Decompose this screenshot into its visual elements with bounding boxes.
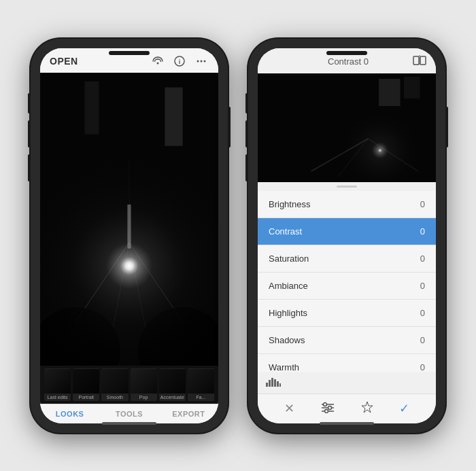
phone2-topbar: Contrast 0 bbox=[258, 48, 436, 73]
strip-fa[interactable]: Fa... bbox=[188, 368, 214, 401]
svg-point-3 bbox=[197, 60, 199, 62]
bottom-toolbar: ✕ ✓ bbox=[258, 394, 436, 423]
adj-value: 0 bbox=[420, 335, 425, 345]
strip-thumb bbox=[73, 369, 99, 394]
svg-rect-32 bbox=[277, 381, 279, 387]
strip-label: Pop bbox=[139, 394, 148, 401]
share-icon[interactable] bbox=[150, 54, 165, 69]
panel-handle bbox=[258, 182, 436, 191]
nav-tools[interactable]: TOOLS bbox=[99, 410, 158, 418]
adj-shadows[interactable]: Shadows 0 bbox=[258, 327, 436, 354]
adj-label: Brightness bbox=[269, 199, 310, 209]
cancel-button[interactable]: ✕ bbox=[284, 401, 294, 416]
strip-label: Fa... bbox=[196, 394, 205, 401]
strip-thumb bbox=[159, 369, 186, 394]
strip-pop[interactable]: Pop bbox=[131, 368, 157, 401]
photo-display-2 bbox=[258, 73, 436, 182]
nav-export[interactable]: EXPORT bbox=[159, 410, 218, 418]
strip-thumb bbox=[188, 369, 214, 394]
adj-value: 0 bbox=[420, 281, 425, 291]
strip-last-edits[interactable]: Last edits bbox=[44, 368, 71, 401]
phone1-topbar: OPEN i bbox=[40, 48, 218, 73]
phone-1: OPEN i bbox=[31, 39, 228, 433]
adj-label: Shadows bbox=[269, 335, 305, 345]
svg-rect-30 bbox=[271, 378, 273, 387]
adj-value: 0 bbox=[420, 226, 425, 237]
volume-up-button-2 bbox=[245, 120, 248, 147]
phone2-screen: Contrast 0 bbox=[258, 48, 436, 423]
adj-value: 0 bbox=[420, 254, 425, 264]
filmstrip: Last edits Portrait Smooth Pop Accentuat… bbox=[40, 366, 218, 404]
adj-value: 0 bbox=[420, 199, 425, 209]
auto-button[interactable] bbox=[361, 401, 373, 417]
volume-up-button bbox=[28, 120, 31, 147]
svg-marker-40 bbox=[362, 402, 373, 413]
strip-label: Portrait bbox=[78, 394, 94, 401]
volume-down-button-2 bbox=[245, 154, 248, 181]
mute-button-2 bbox=[245, 93, 248, 114]
adj-value: 0 bbox=[420, 308, 425, 318]
svg-rect-19 bbox=[420, 56, 426, 65]
adjustment-list: Brightness 0 Contrast 0 Saturation 0 Amb… bbox=[258, 191, 436, 372]
histogram-icon[interactable] bbox=[266, 376, 281, 389]
adj-label: Saturation bbox=[269, 254, 309, 264]
adjust-button[interactable] bbox=[320, 401, 335, 417]
strip-label: Accentuate bbox=[160, 394, 184, 401]
volume-down-button bbox=[28, 154, 31, 181]
strip-label: Last edits bbox=[48, 394, 68, 401]
svg-point-37 bbox=[324, 402, 327, 406]
histogram-bar bbox=[258, 372, 436, 394]
adj-label: Contrast bbox=[269, 226, 302, 237]
adj-label: Warmth bbox=[269, 362, 299, 372]
photo-display bbox=[40, 73, 218, 366]
adj-highlights[interactable]: Highlights 0 bbox=[258, 300, 436, 327]
power-button-2 bbox=[445, 107, 448, 147]
svg-rect-28 bbox=[266, 383, 268, 387]
svg-point-0 bbox=[157, 62, 159, 64]
svg-rect-15 bbox=[127, 204, 131, 248]
svg-text:i: i bbox=[179, 58, 181, 65]
svg-point-4 bbox=[201, 60, 203, 62]
strip-thumb bbox=[101, 369, 128, 394]
adj-contrast[interactable]: Contrast 0 bbox=[258, 218, 436, 245]
svg-rect-29 bbox=[269, 380, 271, 387]
svg-rect-31 bbox=[274, 379, 276, 387]
bottom-nav: LOOKS TOOLS EXPORT bbox=[40, 404, 218, 423]
phone-2: Contrast 0 bbox=[248, 39, 445, 433]
compare-icon[interactable] bbox=[413, 55, 426, 68]
adj-label: Highlights bbox=[269, 308, 307, 318]
power-button bbox=[228, 107, 231, 147]
strip-label: Smooth bbox=[107, 394, 123, 401]
adj-ambiance[interactable]: Ambiance 0 bbox=[258, 273, 436, 300]
mute-button bbox=[28, 93, 31, 114]
strip-portrait[interactable]: Portrait bbox=[73, 368, 99, 401]
svg-rect-18 bbox=[413, 56, 419, 65]
nav-looks[interactable]: LOOKS bbox=[40, 410, 99, 418]
adj-brightness[interactable]: Brightness 0 bbox=[258, 191, 436, 218]
info-icon[interactable]: i bbox=[172, 54, 187, 69]
confirm-button[interactable]: ✓ bbox=[399, 401, 409, 416]
svg-point-38 bbox=[328, 406, 332, 409]
adj-label: Ambiance bbox=[269, 281, 308, 291]
strip-thumb bbox=[131, 369, 157, 394]
photo-background bbox=[40, 73, 218, 366]
topbar-icons: i bbox=[150, 54, 209, 69]
contrast-title: Contrast 0 bbox=[328, 56, 369, 67]
drag-handle bbox=[337, 186, 357, 188]
strip-smooth[interactable]: Smooth bbox=[101, 368, 128, 401]
strip-thumb bbox=[44, 369, 71, 394]
more-icon[interactable] bbox=[194, 54, 209, 69]
phone1-screen: OPEN i bbox=[40, 48, 218, 423]
adj-value: 0 bbox=[420, 362, 425, 372]
strip-accentuate[interactable]: Accentuate bbox=[159, 368, 186, 401]
open-label: OPEN bbox=[50, 56, 78, 67]
svg-rect-33 bbox=[279, 383, 281, 387]
adj-warmth[interactable]: Warmth 0 bbox=[258, 354, 436, 372]
svg-point-39 bbox=[325, 409, 328, 413]
svg-point-5 bbox=[204, 60, 206, 62]
svg-rect-16 bbox=[165, 87, 182, 145]
adj-saturation[interactable]: Saturation 0 bbox=[258, 245, 436, 273]
svg-rect-17 bbox=[85, 81, 99, 134]
